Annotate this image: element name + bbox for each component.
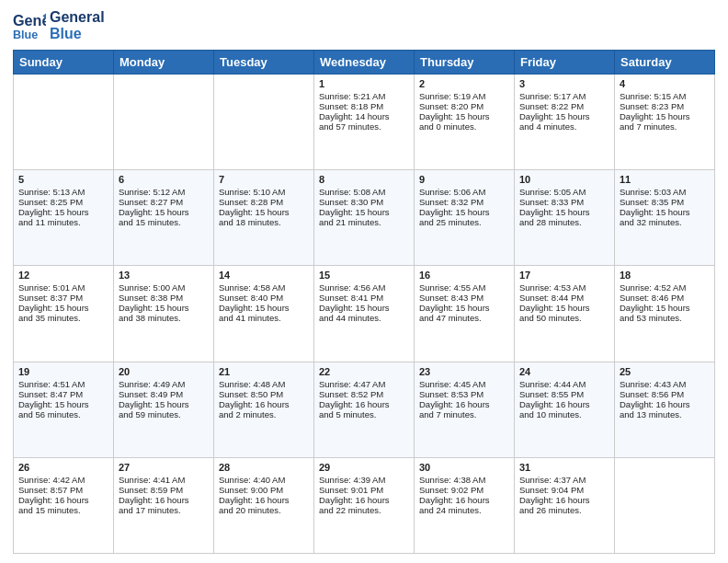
day-info-line: Daylight: 15 hours <box>119 303 209 313</box>
day-info-line: Sunrise: 5:05 AM <box>519 187 609 197</box>
day-info-line: and 41 minutes. <box>219 313 309 323</box>
day-info-line: Sunrise: 4:37 AM <box>519 475 609 485</box>
day-info-line: Daylight: 15 hours <box>419 303 509 313</box>
day-info-line: and 7 minutes. <box>620 121 710 132</box>
week-row-1: 1Sunrise: 5:21 AMSunset: 8:18 PMDaylight… <box>14 75 715 170</box>
day-info-line: Sunset: 8:52 PM <box>319 389 409 399</box>
logo-general: General <box>50 9 105 26</box>
day-info-line: and 25 minutes. <box>419 217 509 227</box>
day-info-line: Sunrise: 5:08 AM <box>319 187 409 197</box>
logo-blue: Blue <box>50 26 105 42</box>
day-info-line: and 0 minutes. <box>419 121 509 132</box>
day-info-line: Sunset: 8:55 PM <box>519 389 609 399</box>
day-info-line: Sunrise: 4:47 AM <box>319 379 409 389</box>
calendar-cell: 7Sunrise: 5:10 AMSunset: 8:28 PMDaylight… <box>214 170 314 266</box>
day-info-line: Sunrise: 4:42 AM <box>18 475 108 485</box>
day-info-line: Sunset: 8:25 PM <box>18 197 108 207</box>
day-info-line: Daylight: 15 hours <box>620 207 710 217</box>
calendar-cell: 23Sunrise: 4:45 AMSunset: 8:53 PMDayligh… <box>415 362 515 457</box>
day-number: 2 <box>419 78 509 89</box>
calendar-cell: 21Sunrise: 4:48 AMSunset: 8:50 PMDayligh… <box>214 362 314 457</box>
calendar-cell: 17Sunrise: 4:53 AMSunset: 8:44 PMDayligh… <box>515 266 615 362</box>
day-info-line: Sunset: 8:59 PM <box>119 485 209 495</box>
weekday-header-sunday: Sunday <box>14 51 114 75</box>
day-info-line: Daylight: 16 hours <box>519 399 609 409</box>
day-info-line: and 59 minutes. <box>119 409 209 419</box>
day-info-line: Sunrise: 5:03 AM <box>620 187 710 197</box>
day-info-line: and 13 minutes. <box>620 409 710 419</box>
day-info-line: Daylight: 15 hours <box>219 303 309 313</box>
day-info-line: Sunrise: 5:00 AM <box>119 282 209 293</box>
day-info-line: Sunset: 8:41 PM <box>319 293 409 303</box>
calendar-cell: 22Sunrise: 4:47 AMSunset: 8:52 PMDayligh… <box>314 362 415 457</box>
day-info-line: Daylight: 16 hours <box>519 495 609 505</box>
calendar-cell: 20Sunrise: 4:49 AMSunset: 8:49 PMDayligh… <box>114 362 214 457</box>
day-info-line: Daylight: 16 hours <box>419 399 509 409</box>
day-info-line: Sunrise: 4:52 AM <box>620 282 710 293</box>
day-number: 22 <box>319 366 409 377</box>
day-info-line: Sunset: 8:56 PM <box>620 389 710 399</box>
week-row-4: 19Sunrise: 4:51 AMSunset: 8:47 PMDayligh… <box>14 362 715 457</box>
day-number: 27 <box>119 462 209 473</box>
day-number: 13 <box>119 270 209 281</box>
day-info-line: Daylight: 15 hours <box>319 207 409 217</box>
calendar-cell: 31Sunrise: 4:37 AMSunset: 9:04 PMDayligh… <box>515 457 615 553</box>
week-row-3: 12Sunrise: 5:01 AMSunset: 8:37 PMDayligh… <box>14 266 715 362</box>
day-info-line: Daylight: 15 hours <box>18 303 108 313</box>
weekday-header-friday: Friday <box>515 51 615 75</box>
calendar-cell: 5Sunrise: 5:13 AMSunset: 8:25 PMDaylight… <box>14 170 114 266</box>
day-info-line: Sunrise: 4:49 AM <box>119 379 209 389</box>
day-info-line: Sunset: 8:38 PM <box>119 293 209 303</box>
day-info-line: and 57 minutes. <box>319 121 409 132</box>
day-number: 18 <box>620 270 710 281</box>
calendar-cell: 15Sunrise: 4:56 AMSunset: 8:41 PMDayligh… <box>314 266 415 362</box>
day-info-line: Sunrise: 4:40 AM <box>219 475 309 485</box>
day-number: 30 <box>419 462 509 473</box>
calendar-cell: 11Sunrise: 5:03 AMSunset: 8:35 PMDayligh… <box>615 170 715 266</box>
day-info-line: Sunrise: 4:38 AM <box>419 475 509 485</box>
day-number: 4 <box>620 78 710 89</box>
day-info-line: Sunset: 8:23 PM <box>620 101 710 111</box>
calendar-cell: 9Sunrise: 5:06 AMSunset: 8:32 PMDaylight… <box>415 170 515 266</box>
day-info-line: Sunset: 8:33 PM <box>519 197 609 207</box>
day-number: 21 <box>219 366 309 377</box>
day-info-line: and 53 minutes. <box>620 313 710 323</box>
calendar-cell: 1Sunrise: 5:21 AMSunset: 8:18 PMDaylight… <box>314 75 415 170</box>
day-number: 23 <box>419 366 509 377</box>
day-number: 16 <box>419 270 509 281</box>
day-info-line: Sunset: 8:18 PM <box>319 101 409 111</box>
weekday-header-tuesday: Tuesday <box>214 51 314 75</box>
day-info-line: and 2 minutes. <box>219 409 309 419</box>
day-info-line: and 35 minutes. <box>18 313 108 323</box>
day-info-line: Sunrise: 5:15 AM <box>620 91 710 101</box>
day-info-line: Sunrise: 4:51 AM <box>18 379 108 389</box>
day-info-line: Sunset: 8:20 PM <box>419 101 509 111</box>
day-info-line: Sunrise: 5:19 AM <box>419 91 509 101</box>
day-info-line: Sunrise: 5:01 AM <box>18 282 108 293</box>
day-number: 28 <box>219 462 309 473</box>
day-number: 31 <box>519 462 609 473</box>
calendar-cell: 14Sunrise: 4:58 AMSunset: 8:40 PMDayligh… <box>214 266 314 362</box>
day-number: 12 <box>18 270 108 281</box>
day-info-line: and 24 minutes. <box>419 505 509 515</box>
svg-text:Blue: Blue <box>13 29 38 41</box>
day-info-line: Daylight: 15 hours <box>219 207 309 217</box>
calendar-cell: 10Sunrise: 5:05 AMSunset: 8:33 PMDayligh… <box>515 170 615 266</box>
day-info-line: Daylight: 16 hours <box>119 495 209 505</box>
day-info-line: and 11 minutes. <box>18 217 108 227</box>
day-info-line: Daylight: 15 hours <box>18 399 108 409</box>
day-info-line: and 15 minutes. <box>119 217 209 227</box>
day-info-line: Daylight: 16 hours <box>219 495 309 505</box>
weekday-header-saturday: Saturday <box>615 51 715 75</box>
day-info-line: and 17 minutes. <box>119 505 209 515</box>
day-info-line: Sunrise: 4:48 AM <box>219 379 309 389</box>
day-info-line: and 5 minutes. <box>319 409 409 419</box>
day-number: 24 <box>519 366 609 377</box>
day-info-line: Sunrise: 4:44 AM <box>519 379 609 389</box>
day-info-line: and 28 minutes. <box>519 217 609 227</box>
day-number: 14 <box>219 270 309 281</box>
day-info-line: Sunset: 9:02 PM <box>419 485 509 495</box>
calendar-cell: 13Sunrise: 5:00 AMSunset: 8:38 PMDayligh… <box>114 266 214 362</box>
day-info-line: Daylight: 16 hours <box>419 495 509 505</box>
calendar-cell: 16Sunrise: 4:55 AMSunset: 8:43 PMDayligh… <box>415 266 515 362</box>
